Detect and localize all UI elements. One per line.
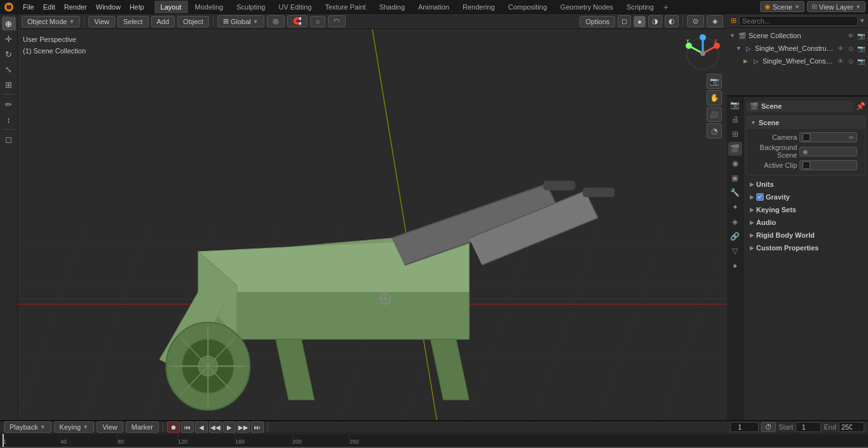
end-frame-input[interactable] — [839, 422, 864, 432]
item-0-visibility-btn[interactable]: 👁 — [836, 44, 845, 53]
menu-file[interactable]: File — [19, 2, 38, 12]
prop-tab-scene[interactable]: 🎬 — [728, 142, 742, 156]
prop-tab-modifier[interactable]: 🔧 — [728, 186, 742, 200]
viewport-pie-btn[interactable]: ◔ — [707, 123, 722, 139]
tab-sculpting[interactable]: Sculpting — [230, 1, 271, 13]
timeline-view-menu[interactable]: View — [97, 421, 123, 433]
outliner-scene-collection[interactable]: ▼ 🎬 Scene Collection 👁 📷 — [727, 29, 868, 42]
timeline-playback-menu[interactable]: Playback ▼ — [4, 421, 51, 433]
snap-btn[interactable]: 🧲 — [287, 15, 308, 27]
measure-tool[interactable]: ↕ — [2, 112, 16, 126]
tab-compositing[interactable]: Compositing — [502, 1, 553, 13]
cursor-tool[interactable]: ⊕ — [2, 17, 16, 31]
select-menu-btn[interactable]: Select — [118, 16, 149, 27]
tab-uv-editing[interactable]: UV Editing — [272, 1, 318, 13]
item-0-render-btn[interactable]: 📷 — [857, 44, 865, 53]
prop-tab-render[interactable]: 📷 — [728, 98, 742, 112]
prop-tab-view-layer[interactable]: ⊞ — [728, 127, 742, 141]
prop-tab-data[interactable]: ▽ — [728, 244, 742, 258]
record-btn[interactable]: ⏺ — [167, 421, 180, 433]
item-1-visibility-btn[interactable]: 👁 — [836, 57, 845, 65]
prop-tab-material[interactable]: ● — [728, 259, 742, 273]
rigid-body-section[interactable]: ▶ Rigid Body World — [746, 229, 865, 241]
active-clip-value[interactable] — [799, 160, 857, 170]
move-tool[interactable]: ✛ — [2, 32, 16, 46]
jump-end-btn[interactable]: ⏭ — [251, 421, 264, 433]
current-frame-input[interactable] — [730, 422, 759, 432]
options-btn[interactable]: Options — [580, 16, 615, 27]
outliner-visibility-btn[interactable]: 👁 — [846, 31, 855, 40]
camera-value[interactable]: ✏ — [799, 132, 857, 142]
step-forward-btn[interactable]: ▶▶ — [237, 421, 250, 433]
view-menu-btn[interactable]: View — [88, 16, 115, 27]
gravity-section[interactable]: ▶ ✓ Gravity — [746, 191, 865, 203]
timeline-ruler[interactable]: 1 40 80 120 160 200 250 — [0, 433, 868, 448]
viewport-canvas[interactable]: User Perspective (1) Scene Collection X … — [18, 29, 727, 420]
shading-solid[interactable]: ● — [634, 16, 646, 27]
pivot-btn[interactable]: ◎ — [267, 15, 285, 27]
viewport-hand-btn[interactable]: ✋ — [707, 90, 722, 105]
prop-tab-particles[interactable]: ✦ — [728, 200, 742, 214]
timeline-keying-menu[interactable]: Keying ▼ — [54, 421, 95, 433]
jump-start-btn[interactable]: ⏮ — [181, 421, 194, 433]
keying-sets-section[interactable]: ▶ Keying Sets — [746, 203, 865, 216]
rotate-tool[interactable]: ↻ — [2, 47, 16, 61]
viewport-video-btn[interactable]: 🎥 — [707, 107, 722, 122]
xray-btn[interactable]: ◈ — [707, 15, 723, 27]
proportional-btn[interactable]: ○ — [310, 16, 326, 27]
tab-scripting[interactable]: Scripting — [620, 1, 660, 13]
timeline-marker-menu[interactable]: Marker — [126, 421, 159, 433]
prop-tab-physics[interactable]: ◈ — [728, 215, 742, 229]
step-back-btn[interactable]: ◀ — [195, 421, 208, 433]
object-mode-button[interactable]: Object Mode ▼ — [22, 16, 80, 27]
outliner-item-1[interactable]: ▶ ▷ Single_Wheel_Constructi 👁 ⊙ 📷 — [727, 55, 868, 67]
tab-modeling[interactable]: Modeling — [189, 1, 230, 13]
prop-tab-world[interactable]: ◉ — [728, 156, 742, 170]
view-layer-selector[interactable]: ⊞ View Layer ▼ — [807, 1, 865, 12]
camera-edit-icon[interactable]: ✏ — [849, 134, 854, 141]
properties-pin-icon[interactable]: 📌 — [856, 102, 865, 111]
transform-global-btn[interactable]: ⊞ Global ▼ — [217, 15, 264, 27]
item-0-select-btn[interactable]: ⊙ — [846, 44, 855, 53]
shading-material[interactable]: ◑ — [648, 15, 662, 27]
scale-tool[interactable]: ⤡ — [2, 62, 16, 76]
tab-animation[interactable]: Animation — [412, 1, 456, 13]
add-workspace-button[interactable]: + — [661, 2, 671, 12]
shading-rendered[interactable]: ◐ — [665, 15, 679, 27]
add-menu-btn[interactable]: Add — [151, 16, 175, 27]
item-1-select-btn[interactable]: ⊙ — [846, 57, 855, 65]
play-reverse-btn[interactable]: ◀◀ — [209, 421, 222, 433]
prop-tab-constraints[interactable]: 🔗 — [728, 229, 742, 243]
tab-texture-paint[interactable]: Texture Paint — [318, 1, 372, 13]
viewport-camera-btn[interactable]: 📷 — [707, 74, 722, 89]
tab-shading[interactable]: Shading — [373, 1, 411, 13]
tab-geometry-nodes[interactable]: Geometry Nodes — [554, 1, 620, 13]
play-btn[interactable]: ▶ — [223, 421, 236, 433]
scene-selector[interactable]: ◉ Scene ▼ — [760, 1, 804, 12]
proportional-falloff-btn[interactable]: ◠ — [328, 15, 346, 27]
menu-render[interactable]: Render — [60, 2, 91, 12]
shading-wireframe[interactable]: ◻ — [618, 15, 631, 27]
gravity-checkbox[interactable]: ✓ — [756, 193, 764, 201]
add-cube-tool[interactable]: ◻ — [2, 132, 16, 146]
outliner-search-input[interactable] — [739, 16, 858, 26]
menu-window[interactable]: Window — [92, 2, 125, 12]
menu-edit[interactable]: Edit — [39, 2, 59, 12]
custom-properties-section[interactable]: ▶ Custom Properties — [746, 241, 865, 254]
units-section[interactable]: ▶ Units — [746, 178, 865, 191]
item-1-render-btn[interactable]: 📷 — [857, 57, 865, 65]
viewport-gizmo[interactable]: X Y Z — [684, 34, 722, 72]
prop-tab-object[interactable]: ▣ — [728, 171, 742, 185]
transform-tool[interactable]: ⊞ — [2, 78, 16, 92]
background-scene-value[interactable]: ◉ — [799, 147, 857, 156]
scene-section-header[interactable]: ▼ Scene — [747, 116, 865, 129]
outliner-filter-icon[interactable]: ▾ — [860, 17, 864, 25]
outliner-render-btn[interactable]: 📷 — [857, 31, 865, 40]
object-menu-btn[interactable]: Object — [177, 16, 209, 27]
prop-tab-output[interactable]: 🖨 — [728, 112, 742, 126]
annotate-tool[interactable]: ✏ — [2, 97, 16, 111]
overlay-btn[interactable]: ⊙ — [687, 15, 704, 27]
tab-rendering[interactable]: Rendering — [456, 1, 501, 13]
tab-layout[interactable]: Layout — [154, 1, 188, 13]
audio-section[interactable]: ▶ Audio — [746, 216, 865, 229]
